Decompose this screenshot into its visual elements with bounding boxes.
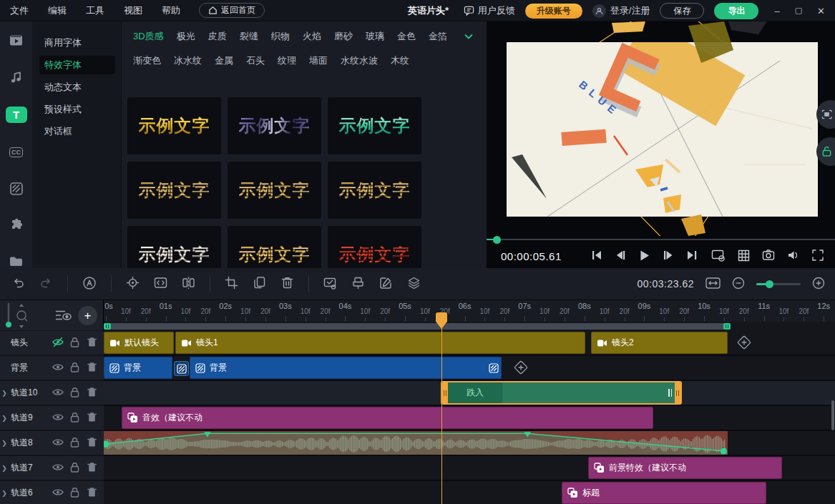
layers-button[interactable] — [407, 276, 421, 292]
lock-icon[interactable] — [69, 486, 81, 500]
minimize-button[interactable]: – — [774, 6, 779, 16]
trash-icon[interactable] — [86, 411, 98, 425]
edit-button[interactable] — [379, 276, 393, 292]
category-row2-6[interactable]: 墙面 — [309, 54, 328, 67]
clip-背景[interactable]: 背景 — [104, 357, 172, 379]
text-icon[interactable]: T — [6, 107, 27, 123]
brush-button[interactable] — [351, 276, 365, 292]
eye-icon[interactable] — [52, 411, 64, 425]
track-row-轨道6[interactable]: 标题 — [0, 481, 835, 504]
export-button[interactable]: 导出 — [714, 3, 758, 19]
effect-thumbnail-5[interactable]: 示例文字 — [228, 162, 321, 219]
trash-icon[interactable] — [86, 336, 98, 350]
panel-nav-5[interactable]: 对话框 — [39, 122, 115, 141]
category-row1-5[interactable]: 织物 — [271, 30, 290, 43]
timeline-zoom-slider[interactable] — [756, 280, 801, 288]
timeline-vertical-scrollbar[interactable] — [831, 400, 834, 430]
audio-clip[interactable] — [102, 431, 728, 455]
zoom-slider-handle[interactable] — [766, 280, 773, 288]
keyframe-button[interactable] — [126, 276, 140, 292]
grid-button[interactable] — [738, 249, 750, 264]
eye-icon[interactable] — [52, 386, 64, 400]
panel-nav-2[interactable]: 特效字体 — [39, 56, 115, 74]
clip-镜头2[interactable]: 镜头2 — [591, 332, 728, 354]
scroll-handle-right[interactable] — [723, 323, 731, 330]
effect-thumbnail-8[interactable]: 示例文字 — [228, 226, 321, 268]
effect-thumbnail-7[interactable]: 示例文字 — [127, 226, 221, 268]
duplicate-button[interactable] — [253, 276, 266, 292]
split-button[interactable] — [182, 276, 195, 292]
category-row2-5[interactable]: 纹理 — [278, 54, 296, 67]
track-row-轨道7[interactable]: 前景特效（建议不动 — [0, 456, 835, 481]
login-button[interactable]: 登录/注册 — [592, 4, 650, 18]
track-filter-icon[interactable] — [54, 309, 72, 322]
feedback-button[interactable]: 用户反馈 — [464, 4, 515, 17]
snapshot-button[interactable] — [762, 249, 775, 264]
zoom-in-icon[interactable] — [812, 277, 825, 292]
clip-跌入[interactable]: 跌入 — [441, 381, 682, 405]
lock-icon[interactable] — [69, 461, 81, 475]
skip-end-button[interactable] — [685, 249, 698, 264]
effects-icon[interactable] — [7, 218, 26, 232]
transition-icon[interactable] — [7, 182, 26, 196]
category-row1-6[interactable]: 火焰 — [303, 30, 321, 43]
eye-icon[interactable] — [52, 361, 64, 375]
volume-button[interactable] — [787, 249, 799, 264]
category-row2-1[interactable]: 渐变色 — [133, 54, 161, 67]
folder-icon[interactable] — [7, 254, 26, 268]
lock-canvas-button[interactable] — [816, 137, 835, 166]
add-clip-button[interactable] — [737, 335, 751, 350]
maximize-button[interactable]: ▢ — [795, 6, 802, 16]
trash-icon[interactable] — [86, 461, 98, 475]
prev-frame-button[interactable] — [614, 249, 627, 264]
lock-icon[interactable] — [69, 436, 81, 450]
panel-nav-1[interactable]: 商用字体 — [39, 34, 115, 52]
track-row-背景[interactable]: 背景背景 — [0, 356, 835, 381]
category-row1-10[interactable]: 金箔 — [429, 30, 447, 43]
track-row-镜头[interactable]: 默认镜头镜头1镜头2 — [0, 331, 835, 356]
eye-icon[interactable] — [52, 461, 64, 475]
media-icon[interactable] — [7, 33, 26, 48]
category-row1-4[interactable]: 裂缝 — [240, 30, 258, 43]
lock-icon[interactable] — [69, 361, 81, 375]
render-settings-button[interactable] — [711, 249, 726, 264]
track-expand-chevron[interactable]: ❯ — [0, 440, 9, 447]
effect-thumbnail-6[interactable]: 示例文字 — [328, 162, 421, 219]
undo-button[interactable] — [11, 276, 25, 292]
skip-start-button[interactable] — [590, 249, 603, 264]
category-row1-9[interactable]: 金色 — [397, 30, 416, 43]
clip-前景特效（建议不动[interactable]: 前景特效（建议不动 — [588, 457, 782, 479]
track-expand-chevron[interactable]: ❯ — [0, 415, 9, 422]
redo-button[interactable] — [39, 276, 53, 292]
track-expand-chevron[interactable]: ❯ — [0, 465, 9, 472]
scroll-handle-left[interactable] — [104, 323, 111, 330]
timeline-scroll-band[interactable] — [104, 322, 835, 331]
effect-thumbnail-2[interactable]: 示例文字 — [228, 97, 321, 154]
clip-音效（建议不动[interactable]: 音效（建议不动 — [122, 407, 653, 429]
zoom-out-icon[interactable] — [732, 277, 745, 292]
in-out-button[interactable] — [154, 276, 167, 292]
eye-off-icon[interactable] — [52, 336, 64, 350]
preview-check-button[interactable] — [323, 277, 337, 292]
home-button[interactable]: 返回首页 — [199, 3, 265, 18]
trash-icon[interactable] — [86, 436, 98, 450]
track-row-轨道8[interactable] — [0, 431, 835, 456]
fullscreen-button[interactable] — [811, 249, 824, 264]
lock-icon[interactable] — [69, 411, 81, 425]
clip-默认镜头[interactable]: 默认镜头 — [104, 332, 174, 354]
clip-trim-handle-right[interactable] — [675, 382, 680, 403]
timeline-scrollbar[interactable] — [104, 323, 731, 330]
crop-button[interactable] — [225, 276, 238, 292]
auto-keyframe-button[interactable] — [82, 276, 97, 292]
panel-nav-3[interactable]: 动态文本 — [39, 78, 115, 97]
clip-镜头1[interactable]: 镜头1 — [175, 332, 585, 354]
add-clip-button[interactable] — [514, 360, 528, 375]
fit-timeline-icon[interactable] — [705, 277, 721, 291]
close-button[interactable]: ✕ — [817, 6, 825, 16]
category-row1-8[interactable]: 玻璃 — [366, 30, 384, 43]
panel-nav-4[interactable]: 预设样式 — [39, 100, 115, 119]
preview-seek-bar[interactable] — [487, 236, 835, 243]
clip-背景[interactable]: 背景 — [190, 357, 502, 379]
menu-item-4[interactable]: 视图 — [124, 4, 142, 17]
trash-icon[interactable] — [86, 486, 98, 500]
